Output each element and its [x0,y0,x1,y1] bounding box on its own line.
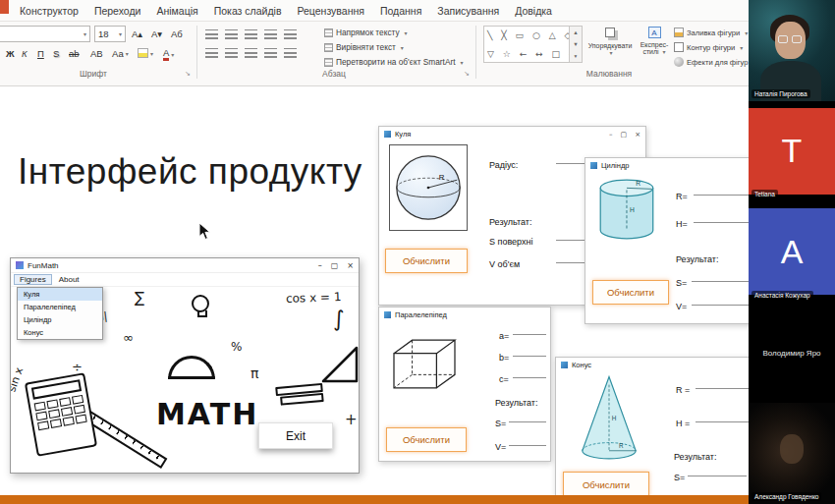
cylinder-h-input[interactable] [694,215,749,223]
bold-button[interactable]: Ж [4,47,17,60]
v-label: V= [495,442,506,452]
character-spacing-button[interactable]: АВ [88,47,105,60]
participant-tile[interactable]: Александр Говяденко [749,403,835,504]
shapes-gallery[interactable]: ╲ ╳ ▭ ○ △ ◇ ▽ ☆ ← ↔ □ ◁ [483,26,570,63]
decrease-indent-button[interactable] [242,27,259,41]
gallery-more-icon[interactable]: ▾ [570,50,582,62]
menu-about[interactable]: About [54,275,84,284]
cone-h-input[interactable] [696,415,749,422]
numbering-button[interactable] [222,27,240,41]
tab-slideshow[interactable]: Показ слайдів [206,2,290,20]
calculate-button[interactable]: Обчислити [563,472,649,495]
shapes-row: ▽ ☆ ← ↔ □ ◁ [484,45,569,63]
minimize-icon[interactable]: – [609,131,613,139]
font-size-combo[interactable]: 18 ▾ [94,26,126,42]
box-b-input[interactable] [513,349,546,357]
align-right-button[interactable] [242,45,259,60]
shape-effects-button[interactable]: Ефекти для фігур ▾ [674,57,749,67]
calculate-button[interactable]: Обчислити [385,249,468,273]
line-spacing-button[interactable] [281,27,299,41]
chevron-down-icon: ▾ [609,50,612,56]
tab-review[interactable]: Рецензування [289,2,371,20]
justify-button[interactable] [261,45,279,60]
strikethrough-button[interactable]: ab [67,47,82,60]
align-text-button[interactable]: Вирівняти текст ▾ [324,42,404,52]
participant-tile[interactable]: T Tetiana [749,101,835,202]
grow-font-button[interactable]: А▴ [130,28,144,40]
box-c-input[interactable] [513,370,546,378]
slide-title[interactable]: Інтерфейс продукту [18,151,362,193]
participant-tile[interactable]: Володимир Яро [749,303,835,404]
cylinder-window-title-bar: Циліндр [585,158,749,173]
bullets-button[interactable] [202,27,220,41]
paragraph-dialog-launcher[interactable]: ↘ [464,70,470,78]
scroll-down-icon[interactable]: ▼ [570,38,582,50]
shape-fill-button[interactable]: Заливка фігури ▾ [674,28,748,37]
align-left-button[interactable] [202,45,220,60]
highlight-color-button[interactable]: ▾ [136,47,155,59]
arrange-button[interactable]: Упорядкувати ▾ [585,26,635,67]
result-label: Результат: [674,452,716,462]
tab-design[interactable]: Конструктор [12,2,86,20]
cone-s-output[interactable] [688,469,747,476]
cylinder-v-output[interactable] [692,298,749,306]
participant-tile[interactable]: Наталія Пирогова [749,0,835,101]
box-s-output[interactable] [509,415,546,422]
tab-help[interactable]: Довідка [507,2,560,20]
clear-formatting-button[interactable]: Аб [169,28,185,40]
menu-figures[interactable]: Figures [14,274,52,285]
maximize-icon[interactable]: ▢ [331,261,339,270]
calculate-button[interactable]: Обчислити [386,427,467,452]
increase-indent-button[interactable] [261,27,279,41]
screen: Конструктор Переходи Анімація Показ слай… [0,0,835,504]
minimize-icon[interactable]: – [318,261,322,270]
smartart-convert-button[interactable]: Перетворити на об'єкт SmartArt ▾ [324,57,464,67]
calculate-button[interactable]: Обчислити [592,280,669,305]
close-icon[interactable]: × [635,131,640,139]
cylinder-s-output[interactable] [692,274,749,282]
dropdown-item-sphere[interactable]: Куля [18,288,102,301]
shape-outline-icon [674,42,684,52]
font-name-combo[interactable]: ▾ [0,26,90,42]
font-size-value: 18 [98,28,109,39]
volume-label: V об'єм [489,259,520,269]
columns-button[interactable] [281,45,299,60]
shapes-gallery-scroll[interactable]: ▲ ▼ ▾ [570,26,583,63]
dropdown-item-cone[interactable]: Конус [18,326,102,339]
shrink-font-button[interactable]: А▾ [149,28,164,40]
tab-record[interactable]: Записування [429,2,507,20]
underline-button[interactable]: П [35,47,46,60]
line-spacing-icon [284,29,297,39]
box-a-input[interactable] [513,327,546,335]
exit-button[interactable]: Exit [258,422,333,449]
shape-outline-button[interactable]: Контур фігури ▾ [674,42,743,52]
scroll-up-icon[interactable]: ▲ [570,27,582,38]
close-icon[interactable]: × [347,261,354,270]
box-v-output[interactable] [509,438,546,446]
ribbon-tab-bar: Конструктор Переходи Анімація Показ слай… [0,0,749,22]
chevron-down-icon: ▾ [119,30,122,37]
dropdown-item-parallelepiped[interactable]: Паралелепіпед [18,301,102,313]
parallelepiped-app-icon [384,311,391,318]
tab-transitions[interactable]: Переходи [86,2,149,20]
participant-tile[interactable]: A Анастасія Кожухар [749,201,835,303]
text-direction-button[interactable]: Напрямок тексту ▾ [324,28,408,37]
tab-view[interactable]: Подання [372,2,429,20]
italic-button[interactable]: К [20,47,29,60]
font-color-button[interactable]: А ▾ [161,47,176,62]
quick-styles-button[interactable]: А Експрес-стилі ▾ [637,26,672,67]
text-shadow-button[interactable]: S [51,47,61,60]
align-center-button[interactable] [222,45,240,60]
sphere-window-title: Куля [395,130,411,139]
font-dialog-launcher[interactable]: ↘ [185,70,191,78]
dropdown-item-cylinder[interactable]: Циліндр [18,313,102,326]
tab-animations[interactable]: Анімація [148,2,205,20]
arrange-label: Упорядкувати [588,42,633,49]
change-case-button[interactable]: Аа ▾ [110,47,131,60]
participant-name: Наталія Пирогова [752,89,810,98]
cylinder-r-input[interactable] [694,188,749,196]
parallelepiped-window-title-bar: Паралелепіпед [379,308,550,322]
cone-r-input[interactable] [696,381,749,389]
avatar: A [749,208,835,295]
maximize-icon[interactable]: ▢ [621,131,628,139]
